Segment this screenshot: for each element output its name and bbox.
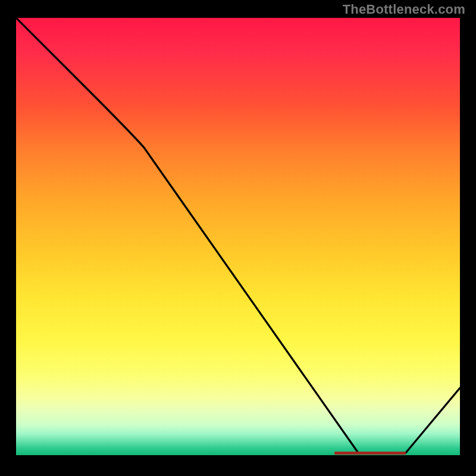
optimum-segment-marker <box>334 452 406 455</box>
chart-container: TheBottleneck.com <box>0 0 476 476</box>
series-line <box>16 18 460 453</box>
chart-line <box>16 18 460 455</box>
watermark-text: TheBottleneck.com <box>343 2 465 17</box>
plot-area <box>16 18 460 455</box>
